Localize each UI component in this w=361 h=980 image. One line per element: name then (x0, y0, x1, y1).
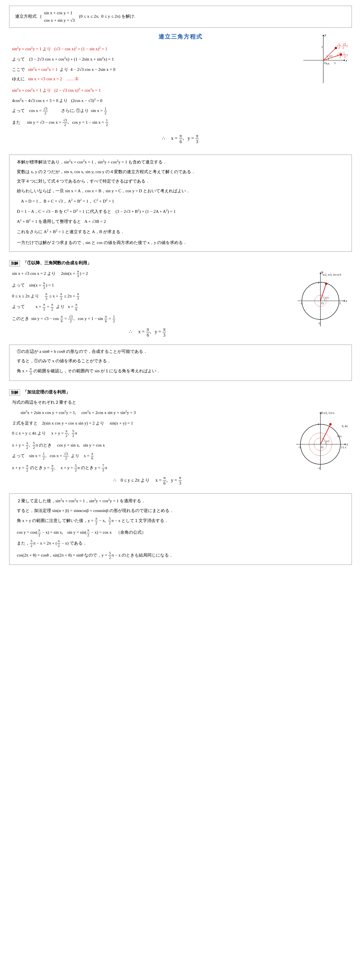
svg-marker-54 (344, 444, 345, 445)
svg-text:1: 1 (334, 61, 336, 65)
problem-box: 連立方程式 { sin x + cos y = 1 cos x + sin y … (9, 6, 352, 28)
note-2-line1: ①の左辺が a sinθ + b cosθ の形なので，合成することが可能である… (14, 348, 347, 356)
note-1-line3: 文字４つに対して式４つであるから，すべて特定できるはずである． (14, 177, 347, 185)
svg-text:π/3: π/3 (325, 296, 329, 299)
note-3-line3: 角 x + y の範囲に注意して解いた後，y = π2 − x, 52π − x… (14, 517, 347, 526)
svg-text:-1: -1 (298, 445, 301, 449)
diagram-3: y π/2, 5/2·π x y O 1 1 -1 -1 (292, 410, 349, 480)
svg-text:1: 1 (339, 301, 341, 305)
alt-label-2: 別解 (9, 390, 20, 396)
alt2-intro: 与式の両辺をそれぞれ２乗すると (9, 399, 352, 407)
svg-text:-1: -1 (318, 466, 320, 470)
svg-text:O: O (321, 301, 324, 305)
note-1-line7: A2 + B2 = 1 を適用して整理すると A + √3B = 2 (14, 217, 347, 226)
svg-text:y: y (321, 270, 323, 274)
solution-section-3: y π/2, 5/2·π x y O 1 1 -1 -1 (9, 399, 352, 488)
svg-text:π/6: π/6 (326, 62, 329, 65)
svg-text:π/2, π/3, 2π+π/3: π/2, π/3, 2π+π/3 (323, 273, 341, 276)
note-2-line2: すると，①のみで x の値を求めることができる． (14, 357, 347, 365)
step-8: また sin y = √3 − cos x = √32, cos y = 1 −… (9, 118, 352, 127)
note-1-line6: D = 1 − A，C = √3 − B を C2 + D2 = 1 に代入する… (14, 207, 347, 216)
svg-text:1 x: 1 x (343, 446, 347, 449)
svg-text:-1: -1 (300, 301, 302, 305)
solution-section-1: x y O 1 1 ( 1 2 , √3 2 ) ( √3 (9, 45, 352, 146)
svg-text:5/2π: 5/2π (337, 435, 342, 438)
svg-marker-37 (343, 300, 345, 302)
note-3-line4: cos y = cos(π2 − x) = sin x, sin y = sin… (14, 528, 347, 538)
svg-text:2: 2 (340, 55, 341, 58)
svg-text:O: O (321, 445, 323, 449)
main-container: 連立方程式 { sin x + cos y = 1 cos x + sin y … (9, 6, 352, 565)
svg-text:,: , (342, 53, 343, 57)
step-6: 4cos2x − 4√3 cos x + 3 = 0 より (2cos x − … (9, 96, 352, 105)
svg-text:x: x (345, 299, 347, 303)
alt-label-1: 別解 (9, 260, 20, 267)
note-3-line2: すると，加法定理 sin(α + β) = sinαcosβ + cosαsin… (14, 507, 347, 515)
svg-text:√3: √3 (343, 43, 346, 46)
svg-text:1: 1 (318, 281, 320, 284)
svg-text:1: 1 (341, 445, 343, 449)
note-1-line9: 一方だけでは解が２つ求まるので，sin と cos の値を両方求めた後で x，y… (14, 239, 347, 247)
svg-text:2: 2 (339, 46, 340, 49)
alt-header-1: 別解 「①以降、三角関数の合成を利用」 (9, 260, 352, 267)
svg-text:2: 2 (344, 55, 345, 58)
svg-text:π/3: π/3 (329, 54, 332, 57)
svg-text:,: , (342, 44, 342, 48)
problem-system: { sin x + cos y = 1 cos x + sin y = √3 (40, 14, 76, 19)
svg-text:): ) (347, 53, 348, 57)
conclusion-1: ∴ x = π6, y = π3 (9, 133, 352, 144)
svg-marker-3 (323, 35, 324, 36)
svg-text:0, 4π: 0, 4π (342, 425, 348, 428)
svg-point-69 (329, 423, 332, 425)
diagram-2: y π/2, π/3, 2π+π/3 x y O 1 1 -1 -1 (292, 269, 349, 333)
svg-text:1: 1 (318, 422, 319, 426)
diagram-1: x y O 1 1 ( 1 2 , √3 2 ) ( √3 (297, 33, 349, 89)
svg-text:1: 1 (343, 52, 345, 55)
svg-text:y π/2, 5/2·π: y π/2, 5/2·π (321, 411, 334, 415)
svg-text:-1: -1 (318, 321, 320, 325)
svg-text:π/2: π/2 (326, 440, 329, 442)
note-box-1: 本解が標準解法であり，sin2x + cos2x = 1，sin2y + cos… (9, 154, 352, 252)
svg-text:y: y (321, 410, 323, 414)
note-3-line1: ２乗して足した後，sin2x + cos2x = 1，sin2y + cos2y… (14, 496, 347, 505)
note-1-line4: 紛らわしいならば，一旦 sin x = A，cos x = B，sin y = … (14, 187, 347, 195)
svg-text:√3: √3 (339, 52, 342, 55)
svg-text:): ) (347, 44, 348, 48)
note-1-line8: これをさらに A2 + B2 = 1 と連立すると A，B が求まる． (14, 228, 347, 236)
step-7: よって cos x = √32 さらに, ①より sin x = 12 (9, 107, 352, 116)
svg-text:2: 2 (343, 46, 344, 49)
svg-text:1: 1 (321, 45, 323, 49)
note-3-line6: cos(2π + θ) = cosθ，sin(2π + θ) = sinθ なの… (14, 551, 347, 560)
svg-text:x: x (346, 442, 348, 446)
note-2-line3: 角 x + π3 の範囲を確認し，その範囲内で sin が１になる角を考えればよ… (14, 367, 347, 376)
note-3-line5: また，52π − x = 2π + (π2 − x) である． (14, 539, 347, 548)
svg-text:y: y (324, 33, 326, 37)
svg-text:x: x (345, 58, 347, 62)
solution-section-2: y π/2, π/3, 2π+π/3 x y O 1 1 -1 -1 (9, 269, 352, 339)
note-box-2: ①の左辺が a sinθ + b cosθ の形なので，合成することが可能である… (9, 345, 352, 381)
note-1-line5: A + D = 1， B + C = √3， A2 + B2 = 1， C2 +… (14, 197, 347, 205)
svg-marker-2 (343, 59, 345, 61)
alt-header-2: 別解 「加法定理の逆を利用」 (9, 390, 352, 396)
problem-label: 連立方程式 (15, 14, 37, 19)
note-box-3: ２乗して足した後，sin2x + cos2x = 1，sin2y + cos2y… (9, 493, 352, 565)
note-1-line2: 変数は x, y の２つだが，sin x, cos x, sin y, cos … (14, 168, 347, 176)
svg-text:(: ( (337, 53, 338, 57)
svg-point-49 (325, 283, 327, 285)
svg-text:1: 1 (339, 43, 340, 46)
note-1-line1: 本解が標準解法であり，sin2x + cos2x = 1，sin2y + cos… (14, 158, 347, 166)
svg-text:(: ( (337, 44, 338, 48)
